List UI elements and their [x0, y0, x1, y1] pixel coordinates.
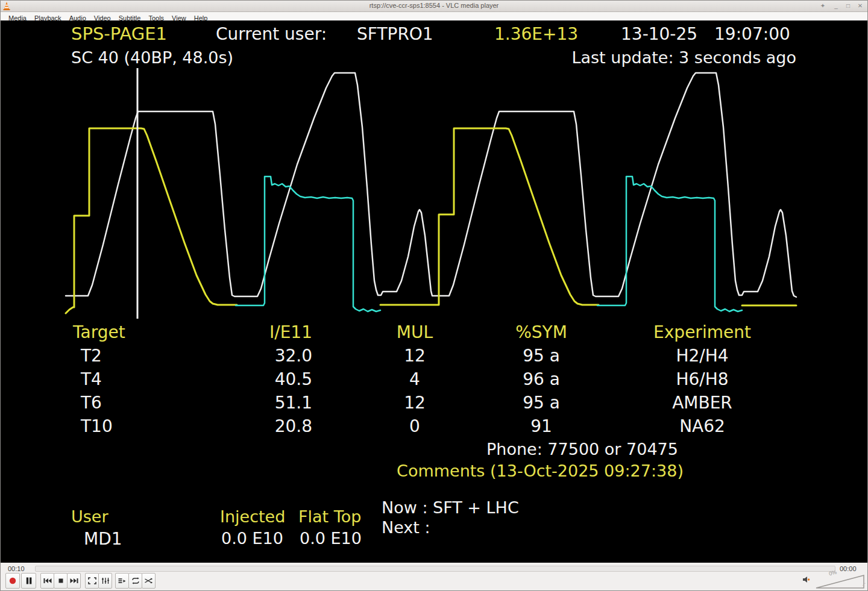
comments-line: Comments (13-Oct-2025 09:27:38)	[377, 461, 703, 480]
maximize-button[interactable]: □	[843, 1, 853, 10]
last-update: Last update: 3 seconds ago	[423, 48, 796, 67]
table-cell: 12	[360, 344, 469, 367]
volume-slider[interactable]	[816, 574, 865, 589]
fullscreen-icon	[88, 577, 96, 584]
current-user-value: SFTPRO1	[357, 24, 433, 44]
column-header: I/E11	[192, 321, 312, 344]
user-value: MD1	[84, 529, 122, 549]
supercycle-chart	[1, 20, 868, 563]
supercycle-info: SC 40 (40BP, 48.0s)	[71, 48, 233, 67]
next-icon	[69, 577, 79, 584]
table-cell: 40.5	[192, 367, 312, 391]
close-button[interactable]: ✕	[855, 1, 865, 10]
column-header: Experiment	[630, 321, 775, 344]
random-button[interactable]	[142, 573, 156, 589]
table-cell: 20.8	[192, 414, 312, 438]
trace-cyan-spill	[236, 177, 380, 311]
previous-icon	[43, 577, 52, 584]
playlist-button[interactable]	[115, 573, 129, 589]
fullscreen-button[interactable]	[85, 573, 99, 589]
pause-icon	[25, 577, 33, 585]
menu-bar: MediaPlaybackAudioVideoSubtitleToolsView…	[1, 12, 867, 21]
table-cell: T10	[81, 414, 113, 438]
table-row: T232.01295 aH2/H4	[1, 344, 868, 367]
phone-numbers: Phone: 77500 or 70475	[462, 440, 703, 458]
pause-button[interactable]	[21, 573, 36, 589]
targets-table: TargetI/E11MUL%SYMExperimentT232.01295 a…	[1, 321, 868, 438]
table-cell: 96 a	[493, 367, 590, 391]
injected-label: Injected	[220, 507, 285, 526]
loop-button[interactable]	[128, 573, 142, 589]
table-cell: T4	[81, 367, 102, 391]
date: 13-10-25	[621, 24, 697, 44]
table-cell: NA62	[630, 414, 775, 438]
vlc-window: rtsp://cve-ccr-sps1:8554 - VLC media pla…	[0, 0, 868, 591]
loop-icon	[131, 577, 140, 584]
table-row: T1020.8091NA62	[1, 414, 868, 438]
trace-yellow-intensity	[380, 128, 599, 305]
trace-white-magnet-cycle	[66, 73, 796, 297]
table-cell: AMBER	[630, 391, 775, 414]
pin-button[interactable]: ✦	[818, 1, 828, 10]
extended-settings-button[interactable]	[98, 573, 112, 589]
table-cell: 95 a	[493, 344, 590, 367]
table-cell: T6	[81, 391, 102, 414]
equalizer-icon	[101, 577, 110, 584]
record-button[interactable]	[5, 573, 20, 589]
table-cell: 4	[360, 367, 469, 391]
column-header: Target	[73, 321, 125, 344]
player-controls-bar: 00:10 00:00	[1, 563, 868, 591]
title-bar: rtsp://cve-ccr-sps1:8554 - VLC media pla…	[1, 1, 867, 12]
next-button[interactable]	[67, 573, 81, 589]
table-cell: 12	[360, 391, 469, 414]
table-cell: 91	[493, 414, 590, 438]
table-cell: H6/H8	[630, 367, 775, 391]
record-icon	[8, 577, 17, 585]
elapsed-time: 00:10	[8, 565, 25, 572]
injected-value: 0.0 E10	[221, 529, 283, 548]
previous-button[interactable]	[40, 573, 54, 589]
column-header: %SYM	[493, 321, 590, 344]
table-row: T440.5496 aH6/H8	[1, 367, 868, 391]
shuffle-icon	[144, 577, 154, 584]
user-label: User	[71, 507, 108, 526]
table-header-row: TargetI/E11MUL%SYMExperiment	[1, 321, 868, 344]
clock-time: 19:07:00	[714, 24, 790, 44]
next-line: Next :	[382, 518, 430, 537]
minimize-button[interactable]: _	[831, 1, 841, 10]
video-surface[interactable]: SPS-PAGE1 Current user: SFTPRO1 1.36E+13…	[1, 20, 868, 563]
remaining-time: 00:00	[840, 565, 857, 572]
table-cell: H2/H4	[630, 344, 775, 367]
table-cell: T2	[81, 344, 102, 367]
flattop-label: Flat Top	[298, 507, 361, 526]
speaker-icon[interactable]	[803, 576, 810, 583]
stop-button[interactable]	[54, 573, 68, 589]
now-line: Now : SFT + LHC	[382, 498, 519, 517]
seek-bar[interactable]	[35, 566, 835, 572]
trace-cyan-spill	[597, 177, 742, 311]
page-title: SPS-PAGE1	[71, 23, 167, 44]
table-cell: 32.0	[192, 344, 312, 367]
beam-intensity: 1.36E+13	[494, 24, 578, 44]
stop-icon	[57, 577, 64, 584]
window-title: rtsp://cve-ccr-sps1:8554 - VLC media pla…	[1, 2, 867, 9]
current-user-label: Current user:	[216, 24, 327, 44]
table-cell: 51.1	[192, 391, 312, 414]
resize-grip[interactable]: ⋰	[860, 582, 866, 589]
flattop-value: 0.0 E10	[300, 529, 362, 548]
table-row: T651.11295 aAMBER	[1, 391, 868, 414]
table-cell: 95 a	[493, 391, 590, 414]
playlist-icon	[118, 577, 127, 584]
table-cell: 0	[360, 414, 469, 438]
column-header: MUL	[360, 321, 469, 344]
